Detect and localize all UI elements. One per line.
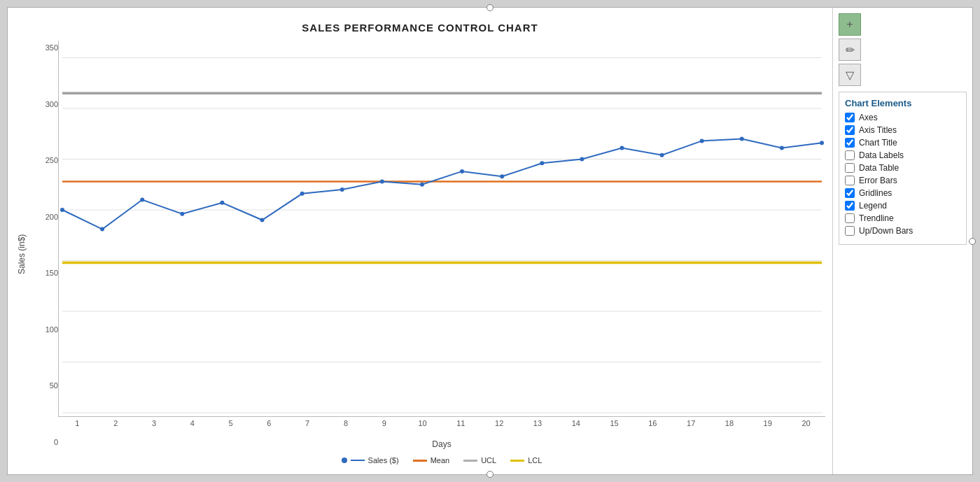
x-tick: 16 [634,419,672,427]
y-tick: 150 [46,269,58,277]
side-buttons: +✏▽ [839,13,967,86]
panel-item-label: Gridlines [859,188,892,198]
svg-point-16 [260,218,265,222]
svg-point-28 [740,137,744,141]
panel-item-chart-title[interactable]: Chart Title [845,138,960,148]
svg-point-20 [420,183,424,187]
svg-point-13 [140,198,144,202]
panel-item-label: Data Labels [859,150,904,160]
panel-item-legend[interactable]: Legend [845,201,960,211]
legend-label: Mean [430,456,450,465]
svg-point-24 [580,157,584,162]
x-tick: 12 [480,419,519,427]
handle-right[interactable] [969,238,976,245]
checkbox-axis-titles[interactable] [845,125,855,135]
legend-label: LCL [528,456,542,465]
x-tick: 9 [365,419,403,427]
x-tick: 11 [442,419,480,427]
chart-inner: Sales (in$) 350300250200150100500 123456… [15,41,825,467]
panel-item-label: Axis Titles [859,125,897,135]
checkbox-chart-title[interactable] [845,138,855,148]
svg-point-11 [60,208,64,212]
legend-line [463,460,477,462]
legend-line [510,460,524,462]
x-tick: 8 [327,419,365,427]
panel-item-data-table[interactable]: Data Table [845,163,960,173]
x-axis-label: Days [58,438,825,452]
plot-and-x: 1234567891011121314151617181920 Days Sal… [58,41,825,467]
panel-item-label: Data Table [859,163,899,173]
checkbox-error-bars[interactable] [845,176,855,185]
svg-point-12 [100,227,104,232]
chart-svg [59,41,825,416]
svg-point-26 [660,153,664,157]
svg-point-15 [220,201,224,205]
panel-item-trendline[interactable]: Trendline [845,213,960,223]
svg-point-17 [300,192,304,196]
x-tick: 5 [211,419,250,427]
panel-item-label: Up/Down Bars [859,226,913,236]
checkbox-data-table[interactable] [845,163,855,173]
svg-point-29 [780,146,784,150]
chart-styles-button[interactable]: ✏ [839,38,861,61]
checkbox-trendline[interactable] [845,213,855,223]
handle-top[interactable] [486,4,493,11]
legend-label: Sales ($) [368,456,399,465]
y-tick: 200 [46,213,58,221]
checkbox-axes[interactable] [845,113,855,122]
legend-item: Sales ($) [342,456,399,465]
panel-item-axes[interactable]: Axes [845,113,960,122]
checkbox-up-down-bars[interactable] [845,226,855,236]
x-tick: 19 [748,419,787,427]
y-tick: 300 [46,101,58,108]
y-tick: 100 [46,326,58,334]
side-panel: +✏▽ Chart Elements AxesAxis TitlesChart … [832,8,972,474]
y-axis-label: Sales (in$) [15,41,29,467]
x-tick: 3 [135,419,174,427]
x-tick: 7 [288,419,327,427]
legend-line [413,460,427,462]
panel-item-label: Chart Title [859,138,897,148]
svg-point-22 [500,174,504,178]
x-tick: 14 [556,419,595,427]
x-tick: 17 [672,419,710,427]
handle-bottom[interactable] [486,471,493,478]
chart-area: SALES PERFORMANCE CONTROL CHART Sales (i… [8,8,832,474]
svg-point-23 [540,161,544,165]
legend-label: UCL [481,456,496,465]
x-axis: 1234567891011121314151617181920 [58,417,825,438]
panel-item-label: Axes [859,113,878,122]
panel-title: Chart Elements [845,98,960,108]
y-tick: 350 [46,44,58,52]
x-tick: 20 [787,419,825,427]
plot-area [58,41,825,417]
legend-item: LCL [510,456,542,465]
checkbox-data-labels[interactable] [845,150,855,160]
checkbox-gridlines[interactable] [845,188,855,198]
y-tick: 50 [50,382,58,390]
chart-elements-panel: Chart Elements AxesAxis TitlesChart Titl… [839,92,967,245]
panel-item-data-labels[interactable]: Data Labels [845,150,960,160]
legend: Sales ($)MeanUCLLCL [58,452,825,467]
add-chart-element-button[interactable]: + [839,13,861,36]
x-tick: 10 [403,419,442,427]
x-tick: 1 [58,419,97,427]
svg-point-19 [380,179,384,183]
svg-point-18 [340,187,344,192]
svg-point-14 [180,212,184,216]
panel-item-label: Trendline [859,213,894,223]
panel-item-label: Error Bars [859,176,897,185]
panel-item-gridlines[interactable]: Gridlines [845,188,960,198]
checkbox-legend[interactable] [845,201,855,211]
chart-filters-button[interactable]: ▽ [839,64,861,86]
legend-dot [342,458,347,463]
svg-point-30 [820,141,824,145]
y-tick: 250 [46,157,58,164]
panel-item-up-down-bars[interactable]: Up/Down Bars [845,226,960,236]
x-tick: 13 [519,419,557,427]
x-tick: 6 [250,419,288,427]
panel-item-axis-titles[interactable]: Axis Titles [845,125,960,135]
x-tick: 15 [595,419,634,427]
panel-item-error-bars[interactable]: Error Bars [845,176,960,185]
y-axis: 350300250200150100500 [30,41,58,467]
